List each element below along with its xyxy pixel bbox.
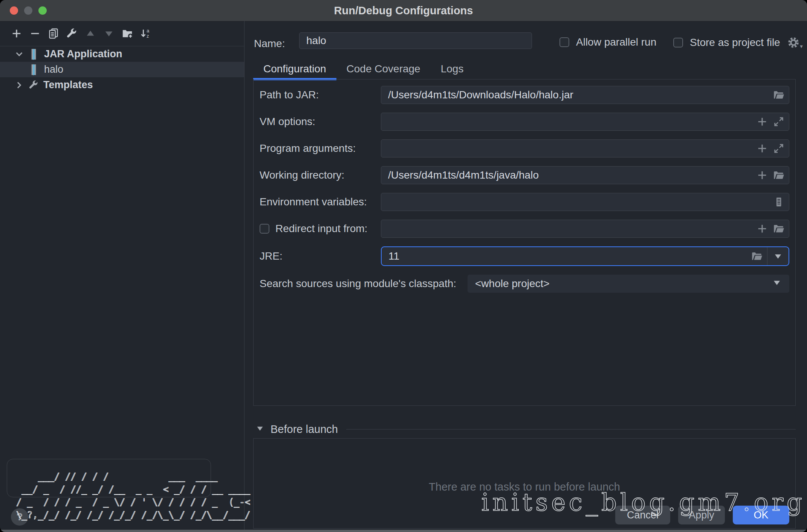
add-icon[interactable] bbox=[757, 116, 768, 127]
redirect-input-row: Redirect input from: bbox=[260, 220, 789, 238]
working-directory-input[interactable] bbox=[381, 169, 757, 181]
configurations-sidebar: JAR Application halo Templates bbox=[0, 21, 245, 532]
copy-configuration-icon[interactable] bbox=[47, 28, 60, 40]
allow-parallel-run-checkbox[interactable] bbox=[559, 37, 569, 47]
path-to-jar-field bbox=[381, 86, 789, 104]
new-folder-icon[interactable] bbox=[121, 28, 133, 40]
cancel-button[interactable]: Cancel bbox=[615, 506, 670, 524]
configuration-form-panel: Path to JAR: VM options: bbox=[253, 79, 796, 406]
move-up-icon[interactable] bbox=[84, 28, 96, 40]
search-sources-label: Search sources using module's classpath: bbox=[260, 278, 468, 290]
add-icon[interactable] bbox=[757, 143, 768, 154]
redirect-input-checkbox[interactable] bbox=[260, 224, 269, 234]
vm-options-row: VM options: bbox=[260, 113, 789, 131]
tree-group-jar-application[interactable]: JAR Application bbox=[0, 46, 244, 62]
tree-group-templates[interactable]: Templates bbox=[0, 77, 244, 93]
title-bar: Run/Debug Configurations bbox=[0, 0, 807, 21]
dropdown-arrow-icon bbox=[772, 278, 782, 290]
path-to-jar-input[interactable] bbox=[381, 89, 773, 101]
name-field-wrap bbox=[299, 32, 532, 49]
store-as-project-file-checkbox[interactable] bbox=[673, 38, 683, 47]
configuration-editor: Name: Allow parallel run Store as projec… bbox=[244, 21, 807, 532]
tab-logs[interactable]: Logs bbox=[431, 58, 474, 79]
vm-options-label: VM options: bbox=[260, 116, 381, 128]
store-as-project-file-row: Store as project file ▾ bbox=[673, 36, 800, 49]
working-directory-label: Working directory: bbox=[260, 169, 381, 181]
before-launch-header: Before launch bbox=[253, 421, 796, 437]
name-input[interactable] bbox=[300, 35, 532, 47]
store-options-gear-icon[interactable]: ▾ bbox=[787, 36, 800, 49]
expand-editor-icon[interactable] bbox=[773, 143, 784, 154]
tab-code-coverage[interactable]: Code Coverage bbox=[336, 58, 431, 79]
environment-variables-label: Environment variables: bbox=[260, 196, 381, 208]
help-button[interactable]: ? bbox=[11, 508, 28, 526]
redirect-input-field bbox=[381, 220, 789, 238]
name-label: Name: bbox=[254, 38, 285, 50]
move-down-icon[interactable] bbox=[103, 28, 115, 40]
jre-input[interactable] bbox=[382, 250, 751, 262]
jre-combobox bbox=[381, 246, 789, 266]
configurations-tree: JAR Application halo Templates bbox=[0, 46, 244, 93]
jar-application-icon bbox=[29, 64, 39, 75]
environment-variables-input[interactable] bbox=[381, 196, 773, 208]
tree-item-halo[interactable]: halo bbox=[0, 62, 244, 77]
wrench-icon bbox=[29, 80, 39, 90]
tree-item-label: halo bbox=[44, 64, 63, 75]
close-window-button[interactable] bbox=[10, 6, 18, 15]
collapse-arrow-icon[interactable] bbox=[255, 424, 264, 434]
before-launch-rule bbox=[346, 429, 796, 430]
minimize-window-button[interactable] bbox=[24, 6, 32, 15]
redirect-input-label-group: Redirect input from: bbox=[260, 223, 381, 235]
store-as-project-file-label: Store as project file bbox=[690, 37, 780, 49]
sidebar-toolbar bbox=[0, 21, 244, 46]
window-bottom-edge bbox=[0, 530, 807, 532]
working-directory-field bbox=[381, 166, 789, 184]
traffic-lights bbox=[10, 0, 47, 21]
expand-editor-icon[interactable] bbox=[773, 116, 784, 127]
allow-parallel-run-row: Allow parallel run bbox=[559, 36, 656, 48]
working-directory-row: Working directory: bbox=[260, 166, 789, 184]
edit-templates-icon[interactable] bbox=[66, 28, 78, 40]
tree-group-label: JAR Application bbox=[44, 48, 122, 60]
program-arguments-label: Program arguments: bbox=[260, 142, 381, 154]
run-debug-configurations-dialog: Run/Debug Configurations JAR Application… bbox=[0, 0, 807, 532]
redirect-input-input[interactable] bbox=[381, 223, 757, 235]
search-sources-select[interactable]: <whole project> bbox=[468, 275, 789, 293]
vm-options-input[interactable] bbox=[381, 116, 757, 128]
search-sources-value: <whole project> bbox=[475, 278, 550, 290]
browse-folder-icon[interactable] bbox=[751, 251, 763, 262]
redirect-input-label: Redirect input from: bbox=[275, 223, 367, 235]
browse-folder-icon[interactable] bbox=[773, 170, 784, 181]
environment-variables-field bbox=[381, 193, 789, 211]
ok-button[interactable]: OK bbox=[733, 506, 789, 524]
apply-button[interactable]: Apply bbox=[678, 506, 725, 524]
browse-folder-icon[interactable] bbox=[773, 89, 784, 101]
add-icon[interactable] bbox=[757, 223, 768, 234]
tree-templates-label: Templates bbox=[43, 79, 93, 91]
dialog-title: Run/Debug Configurations bbox=[334, 5, 473, 17]
jar-application-icon bbox=[29, 49, 39, 60]
jre-row: JRE: bbox=[260, 246, 789, 266]
vm-options-field bbox=[381, 113, 789, 131]
zoom-window-button[interactable] bbox=[38, 6, 47, 15]
remove-configuration-icon[interactable] bbox=[29, 28, 41, 40]
allow-parallel-run-label: Allow parallel run bbox=[576, 36, 656, 48]
chevron-down-icon[interactable] bbox=[14, 49, 24, 59]
add-configuration-icon[interactable] bbox=[11, 28, 23, 40]
program-arguments-field bbox=[381, 139, 789, 157]
sort-configurations-icon[interactable] bbox=[140, 28, 152, 40]
environment-variables-row: Environment variables: bbox=[260, 193, 789, 211]
no-tasks-message: There are no tasks to run before launch bbox=[429, 481, 620, 493]
chevron-right-icon[interactable] bbox=[14, 80, 24, 90]
before-launch-title: Before launch bbox=[271, 423, 338, 436]
jre-label: JRE: bbox=[260, 250, 381, 262]
add-icon[interactable] bbox=[757, 170, 768, 181]
path-to-jar-label: Path to JAR: bbox=[260, 89, 381, 101]
browse-folder-icon[interactable] bbox=[773, 223, 784, 234]
search-sources-row: Search sources using module's classpath:… bbox=[260, 275, 789, 293]
program-arguments-input[interactable] bbox=[381, 142, 757, 154]
jre-dropdown-arrow-icon[interactable] bbox=[767, 247, 789, 265]
browse-list-icon[interactable] bbox=[773, 196, 784, 208]
program-arguments-row: Program arguments: bbox=[260, 139, 789, 157]
tab-configuration[interactable]: Configuration bbox=[253, 58, 336, 79]
